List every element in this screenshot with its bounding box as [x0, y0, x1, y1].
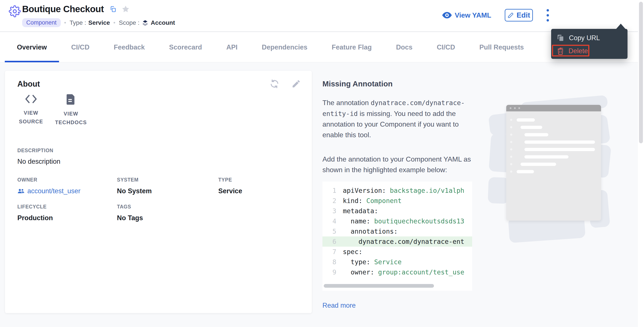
tab-pull-requests[interactable]: Pull Requests: [467, 32, 536, 62]
type-pair: Type : Service: [70, 19, 110, 26]
page-scrollbar: [638, 0, 644, 327]
read-more-link[interactable]: Read more: [322, 301, 356, 309]
yaml-code-block: 1apiVersion: backstage.io/v1alph 2kind: …: [322, 182, 472, 291]
layers-icon: [142, 19, 149, 26]
view-yaml-button[interactable]: View YAML: [442, 11, 491, 19]
menu-item-copy-url[interactable]: Copy URL: [551, 32, 628, 44]
field-system: SYSTEM No System: [117, 177, 218, 195]
more-options-menu: Copy URL Delete: [551, 29, 628, 59]
view-techdocs-link[interactable]: VIEW TECHDOCS: [54, 94, 88, 127]
code-line: 8 type: Service: [322, 257, 472, 267]
code-line: 3metadata:: [322, 206, 472, 216]
illustration-titlebar: [506, 105, 601, 111]
edit-about-button[interactable]: [290, 78, 302, 90]
document-icon: [66, 94, 75, 105]
more-options-button[interactable]: [542, 9, 553, 22]
component-gear-icon: [9, 5, 21, 17]
about-card: About: [5, 71, 312, 313]
favorite-star-icon[interactable]: [121, 5, 130, 14]
code-line: 1apiVersion: backstage.io/v1alph: [322, 185, 472, 196]
view-yaml-label: View YAML: [455, 11, 491, 19]
pencil-filled-icon: [292, 79, 301, 89]
code-line: 7spec:: [322, 247, 472, 257]
description-label: DESCRIPTION: [17, 148, 60, 153]
illustration-code-lines: [506, 117, 601, 176]
entity-header: Boutique Checkout Component • Type : Ser…: [0, 0, 638, 32]
kind-chip: Component: [22, 18, 61, 27]
eye-icon: [442, 12, 452, 19]
missing-annotation-title: Missing Annotation: [322, 79, 472, 88]
edit-button[interactable]: Edit: [505, 9, 533, 22]
menu-item-delete[interactable]: Delete: [551, 45, 628, 57]
type-value: Service: [88, 19, 110, 26]
entity-tabs: Overview CI/CD Feedback Scorecard API De…: [0, 32, 638, 62]
about-quick-links: VIEW SOURCE VIEW TECHDOCS: [14, 94, 88, 127]
entity-meta-row: Component • Type : Service • Scope : Acc…: [22, 18, 175, 27]
scope-value: Account: [151, 19, 175, 26]
tab-cicd-2[interactable]: CI/CD: [425, 32, 467, 62]
tab-dependencies[interactable]: Dependencies: [250, 32, 320, 62]
tab-feedback[interactable]: Feedback: [102, 32, 157, 62]
menu-arrow: [616, 24, 626, 29]
owner-link[interactable]: account/test_user: [17, 187, 117, 195]
pencil-icon: [508, 12, 514, 19]
title-row: Boutique Checkout: [22, 4, 130, 14]
copy-pages-icon: [557, 34, 564, 42]
code-horizontal-scrollbar[interactable]: [324, 284, 434, 288]
code-window-illustration: [488, 95, 610, 247]
scope-label: Scope :: [119, 19, 140, 26]
refresh-icon: [270, 79, 280, 89]
owner-group-icon: [17, 188, 25, 194]
type-label: Type :: [70, 19, 86, 26]
field-owner: OWNER account/test_user: [17, 177, 117, 195]
code-line-highlighted: 6 dynatrace.com/dynatrace-ent: [322, 236, 472, 247]
field-type: TYPE Service: [218, 177, 303, 195]
view-techdocs-label: VIEW TECHDOCS: [54, 109, 88, 127]
page-scrollbar-thumb[interactable]: [639, 2, 643, 143]
description-value: No description: [17, 158, 60, 165]
refresh-button[interactable]: [269, 78, 280, 90]
tab-cicd[interactable]: CI/CD: [59, 32, 102, 62]
about-card-title: About: [17, 80, 40, 89]
tab-feature-flag[interactable]: Feature Flag: [320, 32, 384, 62]
missing-annotation-panel: Missing Annotation The annotation dynatr…: [322, 62, 472, 309]
page-title: Boutique Checkout: [22, 4, 104, 14]
tab-scorecard[interactable]: Scorecard: [157, 32, 214, 62]
entity-page: Boutique Checkout Component • Type : Ser…: [0, 0, 644, 327]
field-lifecycle: LIFECYCLE Production: [17, 204, 117, 222]
field-tags: TAGS No Tags: [117, 204, 218, 222]
code-line: 4 name: boutiquecheckoutsdsds13: [322, 216, 472, 226]
description-block: DESCRIPTION No description: [17, 148, 60, 165]
annotation-instruction: Add the annotation to your Component YAM…: [322, 154, 472, 175]
separator-dot: •: [64, 19, 66, 26]
code-line: 2kind: Component: [322, 196, 472, 206]
trash-icon: [557, 47, 564, 55]
view-source-label: VIEW SOURCE: [14, 109, 48, 126]
separator-dot: •: [114, 19, 116, 26]
header-actions: View YAML Edit: [442, 9, 553, 22]
scope-pair: Scope : Account: [119, 19, 175, 26]
delete-label: Delete: [568, 47, 588, 55]
tab-overview[interactable]: Overview: [5, 32, 59, 62]
tab-docs[interactable]: Docs: [384, 32, 425, 62]
illustration-window: [506, 105, 601, 221]
copy-name-icon[interactable]: [110, 6, 116, 13]
code-line: 5 annotations:: [322, 226, 472, 236]
about-card-actions: [269, 78, 302, 90]
view-source-link[interactable]: VIEW SOURCE: [14, 94, 48, 127]
page-content: About: [0, 62, 638, 327]
code-line: 9 owner: group:account/test_use: [322, 267, 472, 277]
code-brackets-icon: [25, 94, 37, 104]
annotation-paragraph: The annotation dynatrace.com/dynatrace-e…: [322, 98, 472, 140]
about-fields: OWNER account/test_user SYSTEM No System: [17, 177, 303, 222]
tab-api[interactable]: API: [214, 32, 250, 62]
edit-label: Edit: [517, 11, 530, 19]
copy-url-label: Copy URL: [569, 34, 600, 42]
